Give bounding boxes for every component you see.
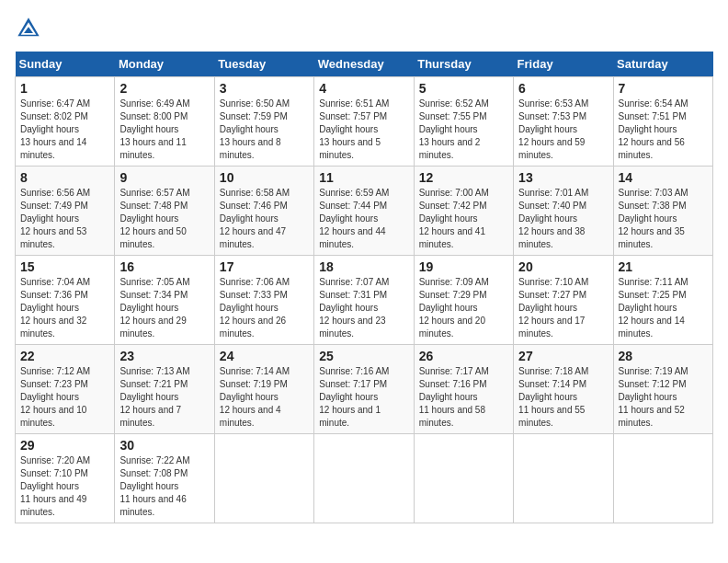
calendar-cell-4-0: 29 Sunrise: 7:20 AM Sunset: 7:10 PM Dayl… bbox=[16, 434, 115, 523]
day-number: 21 bbox=[619, 259, 708, 274]
calendar-cell-0-3: 4 Sunrise: 6:51 AM Sunset: 7:57 PM Dayli… bbox=[314, 77, 414, 167]
day-info: Sunrise: 6:50 AM Sunset: 7:59 PM Dayligh… bbox=[220, 98, 309, 162]
calendar-cell-2-4: 19 Sunrise: 7:09 AM Sunset: 7:29 PM Dayl… bbox=[414, 256, 513, 345]
calendar-cell-0-2: 3 Sunrise: 6:50 AM Sunset: 7:59 PM Dayli… bbox=[214, 77, 313, 167]
calendar-cell-3-4: 26 Sunrise: 7:17 AM Sunset: 7:16 PM Dayl… bbox=[414, 345, 513, 434]
day-number: 20 bbox=[518, 259, 608, 274]
day-number: 15 bbox=[20, 259, 109, 274]
day-info: Sunrise: 6:53 AM Sunset: 7:53 PM Dayligh… bbox=[518, 98, 608, 162]
logo-icon bbox=[15, 15, 42, 42]
week-row-5: 29 Sunrise: 7:20 AM Sunset: 7:10 PM Dayl… bbox=[16, 434, 713, 523]
day-number: 2 bbox=[119, 81, 209, 96]
day-info: Sunrise: 6:47 AM Sunset: 8:02 PM Dayligh… bbox=[20, 98, 109, 162]
day-number: 1 bbox=[20, 81, 109, 96]
day-info: Sunrise: 6:51 AM Sunset: 7:57 PM Dayligh… bbox=[319, 98, 408, 162]
calendar-cell-2-0: 15 Sunrise: 7:04 AM Sunset: 7:36 PM Dayl… bbox=[16, 256, 115, 345]
header-thursday: Thursday bbox=[414, 52, 513, 77]
day-info: Sunrise: 7:01 AM Sunset: 7:40 PM Dayligh… bbox=[518, 187, 608, 251]
day-number: 24 bbox=[220, 349, 309, 363]
calendar-header-row: SundayMondayTuesdayWednesdayThursdayFrid… bbox=[16, 52, 713, 77]
header-friday: Friday bbox=[514, 52, 613, 77]
day-info: Sunrise: 7:06 AM Sunset: 7:33 PM Dayligh… bbox=[220, 276, 309, 340]
day-info: Sunrise: 6:54 AM Sunset: 7:51 PM Dayligh… bbox=[619, 98, 708, 162]
day-info: Sunrise: 7:20 AM Sunset: 7:10 PM Dayligh… bbox=[20, 454, 109, 519]
calendar-cell-0-6: 7 Sunrise: 6:54 AM Sunset: 7:51 PM Dayli… bbox=[613, 77, 712, 167]
day-info: Sunrise: 6:52 AM Sunset: 7:55 PM Dayligh… bbox=[419, 98, 508, 162]
calendar-cell-1-5: 13 Sunrise: 7:01 AM Sunset: 7:40 PM Dayl… bbox=[514, 167, 613, 256]
calendar-cell-1-4: 12 Sunrise: 7:00 AM Sunset: 7:42 PM Dayl… bbox=[414, 167, 513, 256]
calendar-cell-4-2 bbox=[214, 434, 313, 523]
day-number: 16 bbox=[119, 259, 209, 274]
day-number: 22 bbox=[20, 349, 109, 363]
day-info: Sunrise: 7:13 AM Sunset: 7:21 PM Dayligh… bbox=[119, 365, 209, 430]
calendar-cell-4-3 bbox=[314, 434, 414, 523]
calendar-cell-2-6: 21 Sunrise: 7:11 AM Sunset: 7:25 PM Dayl… bbox=[613, 256, 712, 345]
calendar-cell-4-5 bbox=[514, 434, 613, 523]
calendar-cell-0-5: 6 Sunrise: 6:53 AM Sunset: 7:53 PM Dayli… bbox=[514, 77, 613, 167]
day-info: Sunrise: 6:56 AM Sunset: 7:49 PM Dayligh… bbox=[20, 187, 109, 251]
header-saturday: Saturday bbox=[613, 52, 712, 77]
day-number: 25 bbox=[319, 349, 408, 363]
day-number: 18 bbox=[319, 259, 408, 274]
day-info: Sunrise: 7:07 AM Sunset: 7:31 PM Dayligh… bbox=[319, 276, 408, 340]
calendar-cell-2-5: 20 Sunrise: 7:10 AM Sunset: 7:27 PM Dayl… bbox=[514, 256, 613, 345]
day-info: Sunrise: 7:11 AM Sunset: 7:25 PM Dayligh… bbox=[619, 276, 708, 340]
calendar-cell-3-3: 25 Sunrise: 7:16 AM Sunset: 7:17 PM Dayl… bbox=[314, 345, 414, 434]
calendar-cell-0-4: 5 Sunrise: 6:52 AM Sunset: 7:55 PM Dayli… bbox=[414, 77, 513, 167]
day-number: 3 bbox=[220, 81, 309, 96]
day-info: Sunrise: 7:14 AM Sunset: 7:19 PM Dayligh… bbox=[220, 365, 309, 430]
calendar-cell-2-1: 16 Sunrise: 7:05 AM Sunset: 7:34 PM Dayl… bbox=[115, 256, 214, 345]
day-number: 26 bbox=[419, 349, 508, 363]
day-number: 6 bbox=[518, 81, 608, 96]
week-row-1: 1 Sunrise: 6:47 AM Sunset: 8:02 PM Dayli… bbox=[16, 77, 713, 167]
header-tuesday: Tuesday bbox=[214, 52, 313, 77]
calendar-cell-3-1: 23 Sunrise: 7:13 AM Sunset: 7:21 PM Dayl… bbox=[115, 345, 214, 434]
day-number: 5 bbox=[419, 81, 508, 96]
day-number: 17 bbox=[220, 259, 309, 274]
day-number: 28 bbox=[619, 349, 708, 363]
calendar-cell-0-0: 1 Sunrise: 6:47 AM Sunset: 8:02 PM Dayli… bbox=[16, 77, 115, 167]
calendar-cell-3-2: 24 Sunrise: 7:14 AM Sunset: 7:19 PM Dayl… bbox=[214, 345, 313, 434]
calendar-table: SundayMondayTuesdayWednesdayThursdayFrid… bbox=[15, 52, 713, 523]
calendar-cell-1-1: 9 Sunrise: 6:57 AM Sunset: 7:48 PM Dayli… bbox=[115, 167, 214, 256]
calendar-cell-4-6 bbox=[613, 434, 712, 523]
day-number: 19 bbox=[419, 259, 508, 274]
calendar-cell-1-3: 11 Sunrise: 6:59 AM Sunset: 7:44 PM Dayl… bbox=[314, 167, 414, 256]
day-number: 11 bbox=[319, 170, 408, 185]
day-info: Sunrise: 7:00 AM Sunset: 7:42 PM Dayligh… bbox=[419, 187, 508, 251]
day-info: Sunrise: 7:10 AM Sunset: 7:27 PM Dayligh… bbox=[518, 276, 608, 340]
day-info: Sunrise: 7:04 AM Sunset: 7:36 PM Dayligh… bbox=[20, 276, 109, 340]
calendar-cell-2-3: 18 Sunrise: 7:07 AM Sunset: 7:31 PM Dayl… bbox=[314, 256, 414, 345]
day-number: 13 bbox=[518, 170, 608, 185]
day-info: Sunrise: 6:49 AM Sunset: 8:00 PM Dayligh… bbox=[119, 98, 209, 162]
day-number: 23 bbox=[119, 349, 209, 363]
day-number: 30 bbox=[119, 438, 209, 453]
calendar-cell-3-0: 22 Sunrise: 7:12 AM Sunset: 7:23 PM Dayl… bbox=[16, 345, 115, 434]
calendar-cell-1-2: 10 Sunrise: 6:58 AM Sunset: 7:46 PM Dayl… bbox=[214, 167, 313, 256]
week-row-2: 8 Sunrise: 6:56 AM Sunset: 7:49 PM Dayli… bbox=[16, 167, 713, 256]
day-number: 27 bbox=[518, 349, 608, 363]
calendar-cell-3-6: 28 Sunrise: 7:19 AM Sunset: 7:12 PM Dayl… bbox=[613, 345, 712, 434]
day-number: 4 bbox=[319, 81, 408, 96]
day-info: Sunrise: 7:09 AM Sunset: 7:29 PM Dayligh… bbox=[419, 276, 508, 340]
page-header bbox=[15, 15, 713, 42]
calendar-cell-0-1: 2 Sunrise: 6:49 AM Sunset: 8:00 PM Dayli… bbox=[115, 77, 214, 167]
week-row-3: 15 Sunrise: 7:04 AM Sunset: 7:36 PM Dayl… bbox=[16, 256, 713, 345]
day-number: 9 bbox=[119, 170, 209, 185]
calendar-cell-4-1: 30 Sunrise: 7:22 AM Sunset: 7:08 PM Dayl… bbox=[115, 434, 214, 523]
day-info: Sunrise: 7:12 AM Sunset: 7:23 PM Dayligh… bbox=[20, 365, 109, 430]
calendar-cell-4-4 bbox=[414, 434, 513, 523]
day-info: Sunrise: 7:19 AM Sunset: 7:12 PM Dayligh… bbox=[619, 365, 708, 430]
header-wednesday: Wednesday bbox=[314, 52, 414, 77]
day-number: 12 bbox=[419, 170, 508, 185]
day-info: Sunrise: 7:18 AM Sunset: 7:14 PM Dayligh… bbox=[518, 365, 608, 430]
day-info: Sunrise: 7:03 AM Sunset: 7:38 PM Dayligh… bbox=[619, 187, 708, 251]
day-info: Sunrise: 7:05 AM Sunset: 7:34 PM Dayligh… bbox=[119, 276, 209, 340]
day-number: 29 bbox=[20, 438, 109, 453]
logo bbox=[15, 15, 46, 42]
header-monday: Monday bbox=[115, 52, 214, 77]
calendar-cell-1-6: 14 Sunrise: 7:03 AM Sunset: 7:38 PM Dayl… bbox=[613, 167, 712, 256]
day-info: Sunrise: 7:17 AM Sunset: 7:16 PM Dayligh… bbox=[419, 365, 508, 430]
day-number: 7 bbox=[619, 81, 708, 96]
day-number: 14 bbox=[619, 170, 708, 185]
